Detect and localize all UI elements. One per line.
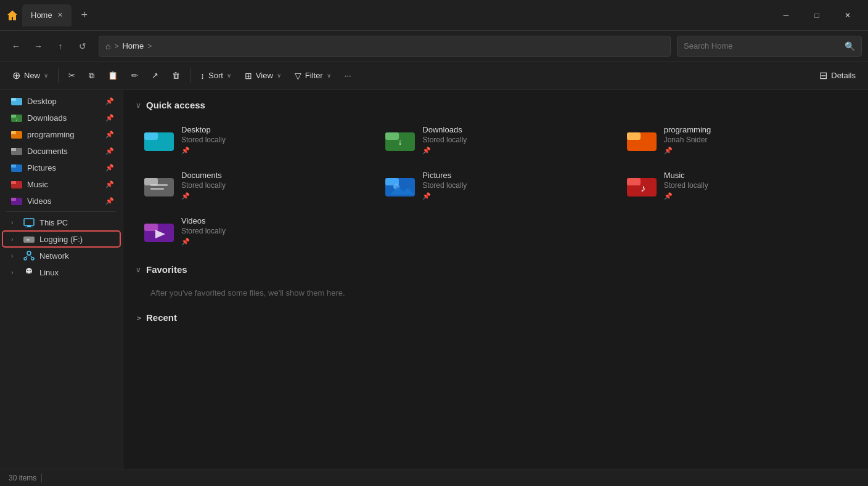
svg-point-27	[30, 270, 31, 271]
new-button[interactable]: ⊕ New ∨	[6, 65, 54, 86]
close-window-button[interactable]: ✕	[833, 6, 862, 25]
sidebar-item-desktop[interactable]: Desktop 📌	[2, 93, 120, 109]
sidebar-item-label: Logging (F:)	[39, 235, 83, 244]
music-folder-icon-wrap: ♪	[627, 173, 657, 198]
copy-button[interactable]: ⧉	[83, 65, 100, 86]
folder-name: Desktop	[181, 125, 226, 134]
documents-folder-info: Documents Stored locally 📌	[181, 171, 226, 200]
folder-name: Downloads	[422, 125, 467, 134]
svg-rect-39	[150, 188, 164, 190]
title-bar-left: Home ✕ +	[6, 4, 767, 26]
search-input[interactable]	[684, 41, 841, 51]
address-bar[interactable]: ⌂ > Home >	[99, 36, 671, 57]
programming-folder-info: programming Jonah Snider 📌	[664, 125, 711, 155]
view-button[interactable]: ⊞ View ∨	[239, 65, 287, 86]
sidebar-item-network[interactable]: › Network	[2, 248, 120, 264]
recent-chevron-icon: ∨	[134, 315, 143, 320]
favorites-header[interactable]: ∨ Favorites	[136, 264, 856, 275]
active-tab[interactable]: Home ✕	[22, 4, 72, 26]
folder-card-documents[interactable]: Documents Stored locally 📌	[136, 164, 373, 206]
programming-large-icon	[627, 128, 657, 152]
videos-large-icon	[144, 219, 174, 243]
sidebar-item-logging[interactable]: › ✏ Logging (F:)	[2, 231, 120, 247]
documents-folder-icon-wrap	[144, 173, 174, 198]
add-tab-button[interactable]: +	[75, 6, 94, 25]
svg-text:↓: ↓	[398, 137, 403, 147]
pin-icon: 📌	[105, 147, 114, 155]
recent-section: ∨ Recent	[136, 312, 856, 323]
quick-access-header[interactable]: ∨ Quick access	[136, 100, 856, 110]
view-label: View	[256, 71, 273, 80]
sidebar-item-downloads[interactable]: ↓ Downloads 📌	[2, 110, 120, 126]
folder-card-programming[interactable]: programming Jonah Snider 📌	[618, 119, 856, 161]
folder-card-videos[interactable]: Videos Stored locally 📌	[136, 210, 373, 252]
folder-card-downloads[interactable]: ↓ Downloads Stored locally 📌	[377, 119, 614, 161]
filter-chevron-icon: ∨	[327, 72, 331, 79]
delete-button[interactable]: 🗑	[166, 65, 186, 86]
sidebar-item-thispc[interactable]: › This PC	[2, 214, 120, 230]
desktop-folder-info: Desktop Stored locally 📌	[181, 125, 226, 155]
sidebar-item-label: Linux	[39, 268, 59, 277]
videos-folder-info: Videos Stored locally 📌	[181, 216, 226, 246]
paste-button[interactable]: 📋	[102, 65, 124, 86]
sidebar: Desktop 📌 ↓ Downloads 📌 programming 📌	[0, 90, 123, 469]
more-icon: ···	[345, 71, 351, 80]
folder-name: Music	[664, 171, 708, 180]
sidebar-item-music[interactable]: Music 📌	[2, 176, 120, 192]
documents-folder-icon	[11, 146, 22, 156]
tab-close-icon[interactable]: ✕	[57, 11, 63, 19]
svg-text:♪: ♪	[641, 183, 645, 193]
rename-button[interactable]: ✏	[125, 65, 144, 86]
downloads-folder-info: Downloads Stored locally 📌	[422, 125, 467, 155]
quick-access-grid: Desktop Stored locally 📌 ↓ Downloads Sto…	[136, 119, 856, 252]
forward-button[interactable]: →	[28, 36, 48, 56]
sidebar-item-pictures[interactable]: Pictures 📌	[2, 160, 120, 176]
details-panel-icon: ⊟	[819, 70, 827, 81]
recent-header[interactable]: ∨ Recent	[136, 312, 856, 323]
filter-button[interactable]: ▽ Filter ∨	[289, 65, 337, 86]
minimize-button[interactable]: ─	[772, 6, 800, 25]
pin-icon: 📌	[105, 97, 114, 105]
new-chevron-icon: ∨	[44, 72, 48, 79]
maximize-button[interactable]: □	[803, 6, 831, 25]
search-bar[interactable]: 🔍	[677, 36, 862, 57]
address-sep1: >	[114, 42, 118, 51]
folder-name: programming	[664, 125, 711, 134]
up-button[interactable]: ↑	[51, 36, 70, 56]
sidebar-item-documents[interactable]: Documents 📌	[2, 143, 120, 159]
folder-card-pictures[interactable]: Pictures Stored locally 📌	[377, 164, 614, 206]
videos-folder-icon	[11, 196, 22, 206]
sidebar-item-videos[interactable]: Videos 📌	[2, 193, 120, 209]
logging-drive-icon: ✏	[23, 234, 35, 244]
sort-chevron-icon: ∨	[227, 72, 231, 79]
music-folder-icon	[11, 179, 22, 189]
pin-indicator: 📌	[181, 192, 226, 200]
folder-subtitle: Stored locally	[422, 136, 467, 144]
sidebar-item-linux[interactable]: › Linux	[2, 264, 120, 280]
pin-indicator: 📌	[664, 192, 708, 200]
pin-indicator: 📌	[181, 238, 226, 246]
cut-button[interactable]: ✂	[62, 65, 81, 86]
svg-rect-8	[11, 148, 16, 151]
refresh-button[interactable]: ↺	[73, 36, 92, 56]
details-button[interactable]: ⊟ Details	[813, 65, 862, 86]
share-button[interactable]: ↗	[145, 65, 165, 86]
sidebar-item-label: Network	[39, 251, 69, 261]
back-button[interactable]: ←	[6, 36, 26, 56]
documents-large-icon	[144, 173, 174, 198]
svg-text:↓: ↓	[15, 116, 18, 122]
downloads-large-icon: ↓	[385, 128, 415, 152]
sort-button[interactable]: ↕ Sort ∨	[194, 65, 237, 86]
sidebar-item-programming[interactable]: programming 📌	[2, 126, 120, 142]
more-button[interactable]: ···	[338, 65, 358, 86]
recent-title: Recent	[146, 312, 177, 323]
folder-card-music[interactable]: ♪ Music Stored locally 📌	[618, 164, 856, 206]
svg-rect-6	[11, 131, 16, 134]
sidebar-item-label: Pictures	[27, 163, 56, 172]
folder-card-desktop[interactable]: Desktop Stored locally 📌	[136, 119, 373, 161]
svg-rect-38	[150, 184, 168, 186]
pin-indicator: 📌	[422, 147, 467, 155]
delete-icon: 🗑	[172, 71, 180, 80]
pin-icon: 📌	[105, 114, 114, 122]
folder-name: Pictures	[422, 171, 467, 180]
